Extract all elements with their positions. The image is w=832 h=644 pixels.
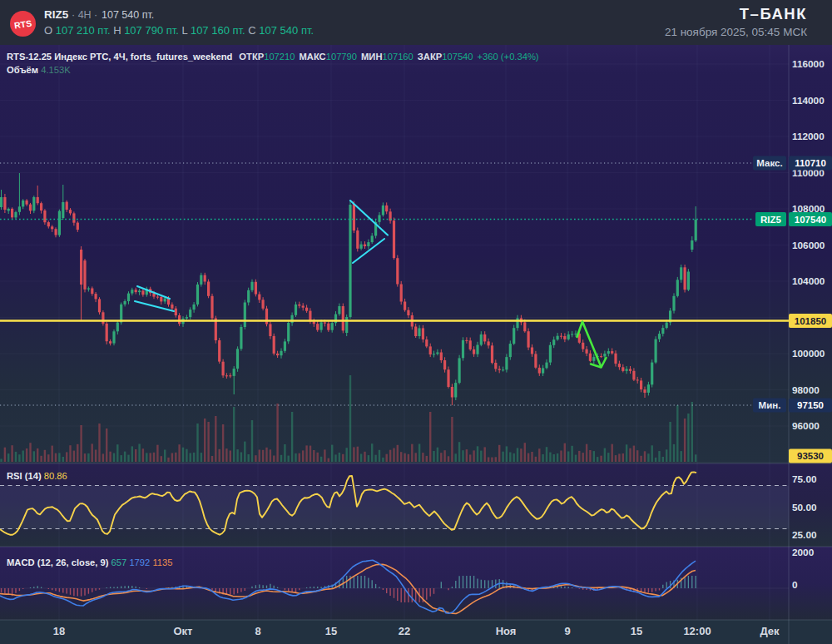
svg-text:21 ноября 2025, 05:45 МСК: 21 ноября 2025, 05:45 МСК [665, 26, 807, 38]
svg-text:RSI (14) 80.86: RSI (14) 80.86 [7, 471, 67, 481]
svg-text:112000: 112000 [792, 131, 825, 142]
svg-text:Макс.: Макс. [756, 158, 782, 168]
svg-text:107 540 пт.: 107 540 пт. [102, 9, 154, 21]
svg-text:Ноя: Ноя [496, 625, 517, 637]
svg-text:Объём 4.153K: Объём 4.153K [7, 65, 71, 75]
svg-text:116000: 116000 [792, 58, 825, 70]
svg-text:Т–БАНК: Т–БАНК [740, 5, 807, 22]
svg-text:Окт: Окт [174, 625, 193, 637]
svg-text:101850: 101850 [795, 316, 826, 326]
svg-text:22: 22 [399, 625, 410, 637]
svg-text:100000: 100000 [792, 348, 825, 359]
svg-text:RIZ5: RIZ5 [44, 8, 69, 21]
svg-text:· 4H ·: · 4H · [72, 9, 97, 21]
svg-text:O 107 210 пт. H 107 790 пт.: O 107 210 пт. H 107 790 пт. L 107 160 пт… [44, 24, 314, 37]
svg-text:9: 9 [564, 625, 570, 637]
svg-text:MACD (12, 26, close, 9) 657 1: MACD (12, 26, close, 9) 657 1792 1135 [7, 557, 172, 567]
svg-text:96000: 96000 [792, 420, 820, 432]
svg-text:Дек: Дек [760, 625, 780, 637]
svg-text:RTS-12.25 Индекс РТС, 4Ч, fort: RTS-12.25 Индекс РТС, 4Ч, forts_futures_… [7, 52, 539, 62]
svg-text:75.00: 75.00 [792, 473, 817, 485]
svg-text:25.00: 25.00 [792, 529, 817, 541]
svg-text:2000: 2000 [792, 547, 815, 558]
svg-text:98000: 98000 [792, 384, 820, 396]
svg-text:0: 0 [792, 579, 798, 591]
svg-text:18: 18 [53, 625, 65, 637]
svg-text:15: 15 [325, 625, 337, 637]
svg-text:93530: 93530 [797, 451, 824, 461]
svg-text:12:00: 12:00 [683, 625, 711, 637]
svg-text:97150: 97150 [797, 400, 824, 410]
svg-text:Мин.: Мин. [759, 400, 781, 410]
svg-text:104000: 104000 [792, 275, 825, 287]
svg-text:50.00: 50.00 [792, 502, 817, 513]
svg-text:114000: 114000 [792, 95, 825, 107]
svg-text:15: 15 [631, 625, 642, 637]
svg-text:8: 8 [255, 625, 260, 637]
svg-text:107540: 107540 [795, 215, 826, 225]
svg-text:RIZ5: RIZ5 [760, 215, 782, 225]
svg-text:110710: 110710 [795, 158, 826, 168]
svg-text:106000: 106000 [792, 240, 825, 251]
